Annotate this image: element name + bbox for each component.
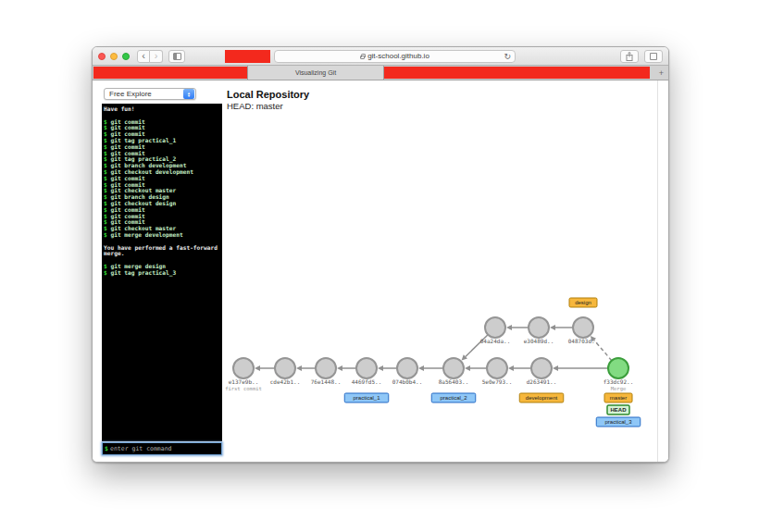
commit-hash-label: cde42b1..: [270, 378, 301, 385]
commit-hash-label: 4469fd5..: [352, 378, 382, 385]
page-title: Local Repository: [227, 89, 309, 100]
git-command-input[interactable]: [110, 443, 219, 454]
select-stepper-icon: ▲▼: [183, 89, 194, 99]
control-panel: Free Explore ▲▼ Have fun! $ git commit$ …: [102, 88, 222, 455]
plus-icon: +: [659, 68, 664, 78]
commit-hash-label: e137e9b..: [229, 378, 259, 385]
commit-node-074b0b4[interactable]: [397, 358, 417, 378]
minimize-window-button[interactable]: [110, 53, 118, 60]
commit-hash-label: 04a24da..: [480, 338, 511, 344]
terminal-line: Have fun!: [104, 106, 220, 113]
redacted-block-toolbar: [225, 50, 270, 63]
branch-label-text: development: [526, 395, 558, 401]
tabs-overview-icon: [650, 53, 657, 60]
tag-label-text: practical_3: [604, 419, 632, 425]
tab-bar: Visualizing Git +: [93, 66, 668, 80]
tab-visualizing-git[interactable]: Visualizing Git: [247, 66, 384, 80]
redacted-block-tab-left: [93, 67, 247, 79]
page-divider: [657, 80, 658, 463]
arrowhead-icon: [553, 365, 558, 371]
close-window-button[interactable]: [98, 53, 106, 60]
commit-node-048703d[interactable]: [573, 317, 593, 338]
arrowhead-icon: [255, 365, 260, 371]
mode-select-value: Free Explore: [105, 90, 183, 98]
browser-window: ‹ › git-school.github.io ↻: [92, 46, 669, 463]
arrowhead-icon: [506, 325, 512, 330]
commit-node-5e0e793[interactable]: [487, 358, 507, 378]
back-chevron-icon: ‹: [142, 51, 145, 61]
branch-label-text: design: [575, 300, 591, 305]
commit-note-label: Merge: [611, 386, 627, 392]
nav-buttons: ‹ ›: [137, 50, 163, 63]
commit-hash-label: d263491..: [527, 378, 557, 385]
page-content: e137e9b..first commitcde42b1..76e1448..4…: [93, 80, 668, 463]
sidebar-icon: [173, 53, 181, 60]
screenshot-canvas: ‹ › git-school.github.io ↻: [0, 0, 759, 532]
share-button[interactable]: [620, 50, 639, 63]
commit-node-cde42b1[interactable]: [275, 358, 295, 378]
new-tab-button[interactable]: +: [650, 66, 668, 80]
terminal-line: $ git merge development: [104, 232, 220, 239]
command-input-wrap: $: [102, 442, 222, 455]
refresh-icon[interactable]: ↻: [504, 51, 511, 63]
commit-hash-label: 76e1448..: [311, 378, 342, 385]
arrowhead-icon: [550, 325, 555, 330]
zoom-window-button[interactable]: [122, 53, 130, 60]
tag-label-text: practical_2: [440, 395, 467, 401]
sidebar-toggle-button[interactable]: [168, 50, 185, 63]
commit-hash-label: 074b0b4..: [392, 378, 423, 385]
commit-note-label: first commit: [225, 386, 262, 391]
tag-label-text: practical_1: [353, 395, 380, 401]
browser-toolbar: ‹ › git-school.github.io ↻: [93, 47, 668, 66]
show-tabs-button[interactable]: [644, 50, 663, 63]
share-icon: [626, 52, 633, 61]
commit-hash-label: 8a56403..: [439, 378, 469, 385]
lock-icon: [360, 56, 365, 59]
arrowhead-icon: [296, 365, 302, 371]
arrowhead-icon: [337, 365, 342, 371]
terminal-line: $ git tag practical_3: [104, 270, 220, 277]
arrowhead-icon: [465, 365, 470, 371]
commit-hash-label: e30489d..: [524, 338, 554, 344]
forward-chevron-icon: ›: [155, 51, 158, 61]
repository-header: Local Repository HEAD: master: [227, 89, 309, 111]
commit-node-4469fd5[interactable]: [356, 358, 377, 378]
url-text: git-school.github.io: [367, 52, 429, 60]
arrowhead-icon: [508, 365, 514, 371]
forward-button[interactable]: ›: [150, 50, 163, 63]
terminal-history[interactable]: Have fun! $ git commit$ git commit$ git …: [102, 104, 222, 441]
arrowhead-icon: [378, 365, 383, 371]
commit-node-e137e9b[interactable]: [233, 358, 254, 378]
commit-node-d263491[interactable]: [531, 358, 552, 378]
address-bar[interactable]: git-school.github.io ↻: [274, 50, 516, 63]
commit-node-f33dc92[interactable]: [608, 358, 628, 378]
commit-hash-label: 048703d..: [568, 338, 599, 344]
terminal-line: You have performed a fast-forward merge.: [104, 245, 220, 258]
commit-node-04a24da[interactable]: [485, 317, 505, 338]
commit-hash-label: f33dc92..: [603, 378, 634, 385]
prompt-symbol: $: [105, 445, 108, 452]
tab-title: Visualizing Git: [295, 69, 336, 76]
window-controls: [98, 53, 130, 60]
back-button[interactable]: ‹: [137, 50, 150, 63]
head-status: HEAD: master: [227, 101, 309, 111]
commit-node-e30489d[interactable]: [529, 317, 549, 338]
head-label-text: HEAD: [610, 407, 627, 413]
mode-select[interactable]: Free Explore ▲▼: [104, 88, 196, 100]
redacted-block-tab-right: [384, 67, 650, 79]
arrowhead-icon: [418, 365, 424, 371]
toolbar-right-buttons: [620, 50, 663, 63]
commit-hash-label: 5e0e793..: [482, 378, 513, 385]
commit-node-8a56403[interactable]: [443, 358, 464, 378]
branch-label-text: master: [610, 395, 627, 401]
commit-node-76e1448[interactable]: [316, 358, 336, 378]
